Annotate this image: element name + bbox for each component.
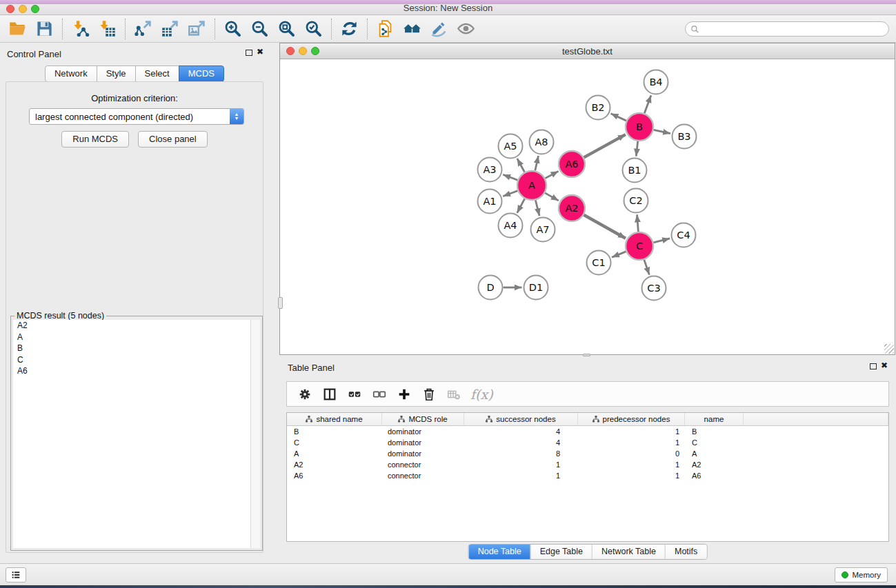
zoom-in-button[interactable] — [219, 17, 246, 41]
edge-A2-C[interactable] — [584, 215, 626, 239]
node-C4[interactable]: C4 — [672, 223, 696, 247]
node-D[interactable]: D — [479, 276, 503, 300]
tab-network-table[interactable]: Network Table — [592, 545, 665, 559]
edge-B-B3[interactable] — [654, 130, 670, 133]
tab-edge-table[interactable]: Edge Table — [530, 545, 592, 559]
column-header-mcds-role[interactable]: MCDS role — [382, 413, 464, 425]
node-B4[interactable]: B4 — [644, 70, 668, 94]
node-C1[interactable]: C1 — [587, 251, 611, 275]
tab-mcds[interactable]: MCDS — [179, 65, 224, 82]
node-A4[interactable]: A4 — [499, 214, 523, 238]
tab-network[interactable]: Network — [45, 65, 97, 82]
splitpane-grip[interactable] — [278, 297, 283, 309]
edge-B-B4[interactable] — [644, 95, 651, 113]
node-B2[interactable]: B2 — [586, 96, 610, 120]
edge-A-A8[interactable] — [535, 156, 539, 171]
table-row[interactable]: Adominator80A — [287, 448, 888, 459]
node-C[interactable]: C — [626, 232, 653, 260]
float-panel-icon[interactable] — [870, 363, 877, 369]
node-B[interactable]: B — [626, 113, 653, 141]
tab-select[interactable]: Select — [135, 65, 179, 82]
edge-B-B2[interactable] — [611, 114, 626, 121]
node-D1[interactable]: D1 — [524, 276, 548, 300]
select-all-button[interactable] — [345, 385, 364, 404]
edge-A-A6[interactable] — [545, 171, 558, 178]
refresh-button[interactable] — [336, 17, 363, 41]
network-canvas[interactable]: AA1A2A3A4A5A6A7A8BB1B2B3B4CC1C2C3C4DD1 — [280, 59, 895, 354]
close-panel-icon[interactable]: ✖ — [257, 47, 263, 57]
import-table-button[interactable] — [94, 17, 121, 41]
search-input[interactable] — [702, 23, 888, 35]
mcds-result-item[interactable]: B — [13, 343, 250, 354]
show-panels-button[interactable] — [6, 567, 26, 582]
column-header-predecessor-nodes[interactable]: predecessor nodes — [578, 413, 685, 425]
node-C2[interactable]: C2 — [624, 189, 648, 213]
edge-C-C2[interactable] — [637, 214, 639, 232]
float-panel-icon[interactable] — [246, 50, 252, 56]
table-row[interactable]: A6connector11A6 — [287, 470, 888, 481]
mcds-result-scrollbar[interactable] — [250, 320, 260, 548]
open-session-button[interactable] — [4, 17, 31, 41]
edge-C-C1[interactable] — [612, 252, 626, 257]
table-row[interactable]: Cdominator41C — [287, 437, 888, 448]
close-panel-icon[interactable]: ✖ — [881, 361, 888, 370]
node-A3[interactable]: A3 — [478, 158, 502, 182]
delete-column-button[interactable] — [419, 385, 439, 404]
zoom-out-button[interactable] — [246, 17, 273, 41]
network-graph[interactable]: AA1A2A3A4A5A6A7A8BB1B2B3B4CC1C2C3C4DD1 — [280, 59, 895, 354]
mcds-result-item[interactable]: A2 — [13, 320, 250, 332]
create-column-button[interactable] — [395, 385, 414, 404]
search-box[interactable] — [685, 21, 889, 37]
edge-A-A5[interactable] — [517, 159, 525, 172]
unselect-all-button[interactable] — [370, 385, 389, 404]
edge-A-A7[interactable] — [535, 200, 539, 216]
first-neighbors-button[interactable] — [399, 17, 426, 41]
edge-A-A3[interactable] — [503, 174, 517, 180]
edge-C-C3[interactable] — [644, 260, 649, 275]
tab-node-table[interactable]: Node Table — [469, 545, 530, 559]
mcds-result-item[interactable]: A6 — [13, 365, 250, 377]
tab-motifs[interactable]: Motifs — [665, 545, 706, 559]
close-panel-button[interactable]: Close panel — [138, 131, 208, 148]
column-header-name[interactable]: name — [685, 413, 744, 425]
import-network-button[interactable] — [67, 17, 94, 41]
edge-A-A1[interactable] — [503, 191, 517, 196]
node-A2[interactable]: A2 — [559, 195, 585, 221]
table-row[interactable]: Bdominator41B — [287, 426, 888, 437]
column-header-successor-nodes[interactable]: successor nodes — [464, 413, 578, 425]
hide-annotations-button[interactable] — [426, 17, 452, 41]
export-image-button[interactable] — [183, 17, 210, 41]
criterion-dropdown[interactable]: largest connected component (directed) ▲… — [29, 108, 244, 125]
run-mcds-button[interactable]: Run MCDS — [61, 131, 129, 148]
edge-B-B1[interactable] — [636, 141, 637, 156]
column-header-shared-name[interactable]: shared name — [287, 413, 382, 425]
edge-A-A4[interactable] — [517, 199, 525, 213]
node-A6[interactable]: A6 — [559, 151, 585, 177]
table-row[interactable]: A2connector11A2 — [287, 459, 888, 470]
node-A8[interactable]: A8 — [530, 130, 554, 154]
function-builder-button-disabled[interactable]: f(x) — [470, 387, 493, 402]
edge-A-A2[interactable] — [545, 193, 559, 201]
table-settings-button[interactable] — [295, 385, 315, 404]
mcds-result-item[interactable]: A — [13, 332, 250, 343]
save-session-button[interactable] — [31, 17, 58, 41]
node-C3[interactable]: C3 — [642, 276, 666, 301]
network-window-titlebar[interactable]: testGlobe.txt — [280, 43, 895, 59]
clone-network-button[interactable] — [372, 17, 399, 41]
window-resize-grip[interactable] — [884, 344, 894, 354]
node-A7[interactable]: A7 — [531, 218, 555, 242]
node-B1[interactable]: B1 — [623, 159, 647, 183]
node-A[interactable]: A — [517, 171, 546, 200]
zoom-selected-button[interactable] — [300, 17, 327, 41]
export-table-button[interactable] — [157, 17, 183, 41]
node-A1[interactable]: A1 — [478, 190, 502, 214]
memory-button[interactable]: Memory — [835, 567, 888, 582]
show-columns-button[interactable] — [320, 385, 339, 404]
app-titlebar[interactable]: Session: New Session — [0, 0, 896, 15]
tab-style[interactable]: Style — [97, 65, 136, 82]
edge-A6-B[interactable] — [584, 134, 626, 157]
mcds-result-list[interactable]: A2ABCA6 — [13, 320, 250, 548]
delete-table-button-disabled[interactable] — [444, 385, 464, 404]
edge-C-C4[interactable] — [653, 239, 670, 243]
mcds-result-item[interactable]: C — [13, 354, 250, 366]
